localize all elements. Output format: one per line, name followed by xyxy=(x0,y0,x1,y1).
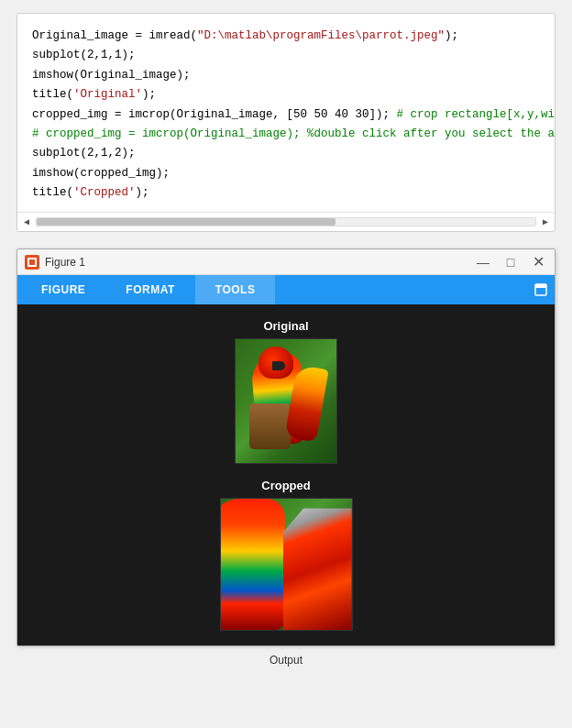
code-line-9: title('Cropped'); xyxy=(17,183,555,203)
original-image-container xyxy=(235,338,337,464)
window-controls: — □ ✕ xyxy=(474,255,547,270)
code-line-3: imshow(Original_image); xyxy=(17,66,555,85)
code-line-4: title('Original'); xyxy=(17,85,555,105)
maximize-button[interactable]: □ xyxy=(501,256,520,269)
figure-titlebar: Figure 1 — □ ✕ xyxy=(17,249,555,275)
code-line-2: subplot(2,1,1); xyxy=(17,46,555,65)
code-line-5: cropped_img = imcrop(Original_image, [50… xyxy=(17,105,555,125)
code-line-6: # cropped_img = imcrop(Original_image); … xyxy=(17,125,555,144)
original-parrot-image xyxy=(236,339,336,463)
scrollbar-track[interactable] xyxy=(36,217,536,226)
subplot-original-row: Original xyxy=(17,304,555,471)
subplot-cropped-row: Cropped xyxy=(17,471,555,645)
code-editor: Original_image = imread("D:\matlab\progr… xyxy=(16,13,556,232)
horizontal-scrollbar[interactable]: ◀ ▶ xyxy=(17,212,555,231)
figure-icon-inner xyxy=(28,258,37,267)
figure-title: Figure 1 xyxy=(45,256,474,269)
code-line-7: subplot(2,1,2); xyxy=(17,144,555,163)
code-line-1: Original_image = imread("D:\matlab\progr… xyxy=(17,27,555,46)
subplot-cropped: Cropped xyxy=(220,479,353,631)
scroll-right-arrow[interactable]: ▶ xyxy=(536,215,555,228)
minimize-button[interactable]: — xyxy=(474,256,492,269)
code-line-8: imshow(cropped_img); xyxy=(17,164,555,183)
figure-app-icon xyxy=(25,255,39,270)
cropped-image-container xyxy=(220,498,353,631)
menu-tools[interactable]: TOOLS xyxy=(195,275,276,304)
figure-window: Figure 1 — □ ✕ FIGURE FORMAT TOOLS Origi… xyxy=(16,248,556,646)
dock-icon[interactable] xyxy=(531,280,551,300)
output-label: Output xyxy=(0,646,572,672)
scrollbar-thumb[interactable] xyxy=(37,218,336,226)
parrot-beak xyxy=(272,361,285,370)
figure-menubar: FIGURE FORMAT TOOLS xyxy=(17,275,555,304)
menu-figure[interactable]: FIGURE xyxy=(21,275,105,304)
code-content: Original_image = imread("D:\matlab\progr… xyxy=(17,14,555,212)
scroll-left-arrow[interactable]: ◀ xyxy=(17,215,36,228)
original-title: Original xyxy=(263,319,308,333)
figure-content: Original Cropped xyxy=(17,304,555,645)
svg-rect-1 xyxy=(535,284,546,288)
cropped-parrot-image xyxy=(221,499,352,630)
parrot-wing xyxy=(284,365,328,443)
menu-format[interactable]: FORMAT xyxy=(105,275,194,304)
subplot-original: Original xyxy=(235,319,337,464)
close-button[interactable]: ✕ xyxy=(529,255,547,270)
cropped-title: Cropped xyxy=(261,479,310,492)
